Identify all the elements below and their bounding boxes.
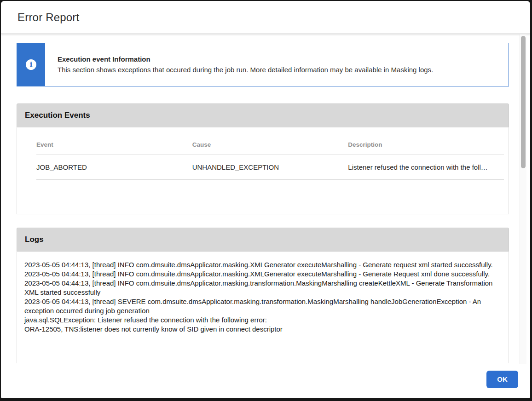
info-banner-title: Execution event Information — [58, 55, 433, 64]
log-line: 2023-05-05 04:44:13, [thread] INFO com.d… — [24, 269, 495, 279]
column-header-description: Description — [348, 127, 504, 155]
log-line: 2023-05-05 04:44:13, [thread] SEVERE com… — [24, 297, 495, 315]
info-icon: i — [26, 59, 36, 70]
dialog-title: Error Report — [17, 11, 79, 24]
execution-events-table: EventCauseDescription JOB_ABORTEDUNHANDL… — [36, 127, 504, 180]
logs-panel: Logs 2023-05-05 04:44:13, [thread] INFO … — [17, 228, 509, 363]
logs-title: Logs — [25, 235, 44, 244]
execution-events-title: Execution Events — [25, 111, 90, 120]
dialog-footer: OK — [1, 363, 530, 398]
logs-text-area: 2023-05-05 04:44:13, [thread] INFO com.d… — [17, 252, 509, 363]
dialog-body: i Execution event Information This secti… — [1, 34, 530, 363]
log-line: 2023-05-05 04:44:13, [thread] INFO com.d… — [24, 279, 495, 297]
info-banner-description: This section shows exceptions that occur… — [58, 65, 433, 74]
table-header-row: EventCauseDescription — [36, 127, 504, 155]
cell-cause: UNHANDLED_EXCEPTION — [192, 155, 348, 180]
execution-events-panel: Execution Events EventCauseDescription J… — [17, 103, 509, 214]
table-row: JOB_ABORTEDUNHANDLED_EXCEPTIONListener r… — [36, 155, 504, 180]
table-body: JOB_ABORTEDUNHANDLED_EXCEPTIONListener r… — [36, 155, 504, 180]
log-line: java.sql.SQLException: Listener refused … — [24, 315, 495, 325]
vertical-scrollbar-track[interactable] — [520, 34, 526, 364]
vertical-scrollbar-thumb[interactable] — [521, 36, 526, 168]
log-line: 2023-05-05 04:44:13, [thread] INFO com.d… — [24, 260, 495, 269]
info-banner-text: Execution event Information This section… — [45, 43, 442, 86]
dialog-header: Error Report — [1, 1, 530, 34]
execution-events-table-container: EventCauseDescription JOB_ABORTEDUNHANDL… — [17, 127, 509, 214]
execution-events-panel-header: Execution Events — [17, 103, 509, 127]
info-banner: i Execution event Information This secti… — [17, 43, 509, 86]
column-header-cause: Cause — [192, 127, 348, 155]
logs-panel-header: Logs — [17, 228, 509, 252]
error-report-dialog: Error Report i Execution event Informati… — [1, 1, 530, 398]
log-line: ORA-12505, TNS:listener does not current… — [24, 325, 495, 334]
cell-event: JOB_ABORTED — [36, 155, 192, 180]
info-banner-icon-block: i — [17, 43, 45, 86]
ok-button[interactable]: OK — [486, 371, 518, 388]
cell-description: Listener refused the connection with the… — [348, 155, 504, 180]
column-header-event: Event — [36, 127, 192, 155]
